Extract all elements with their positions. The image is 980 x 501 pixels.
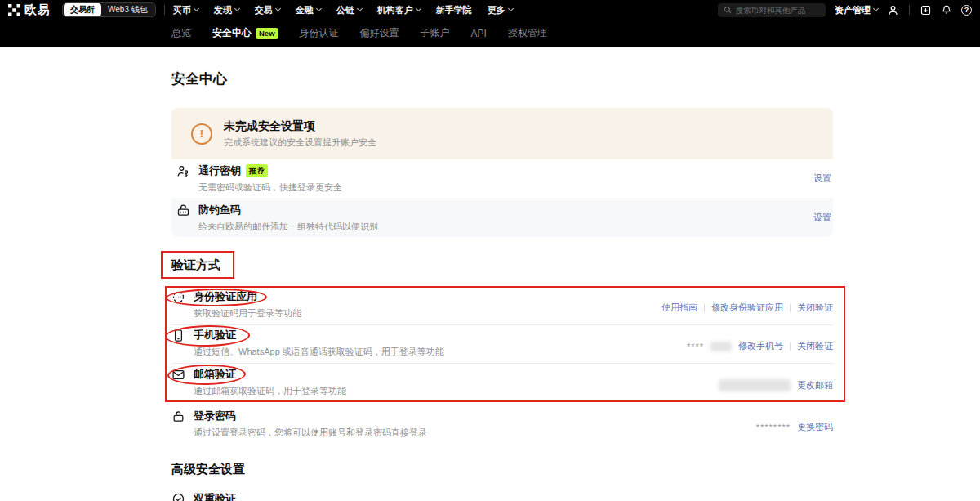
okx-logo[interactable]: 欧易: [8, 2, 51, 18]
notifications-bell-icon[interactable]: [941, 4, 952, 16]
chevron-down-icon: [508, 6, 514, 11]
disable-authenticator-link[interactable]: 关闭验证: [797, 302, 833, 314]
logo-text: 欧易: [24, 2, 51, 18]
masked-phone-number: ****: [687, 342, 704, 351]
assets-menu[interactable]: 资产管理: [835, 4, 878, 16]
login-password-row: 登录密码 通过设置登录密码，您将可以使用账号和登录密码直接登录 ********…: [172, 409, 833, 439]
passkey-icon: [176, 164, 190, 178]
top-navbar: 欧易 交易所 Web3 钱包 买币 发现 交易 金融 公链 机构客户 新手学院 …: [0, 0, 980, 20]
subnav-overview[interactable]: 总览: [172, 26, 191, 40]
help-icon[interactable]: ?: [961, 5, 972, 16]
row-separator: [172, 363, 833, 364]
subnav-preferences[interactable]: 偏好设置: [360, 26, 399, 40]
email-verification-desc: 通过邮箱获取验证码，用于登录等功能: [194, 385, 346, 397]
incomplete-security-card: ! 未完成安全设置项 完成系统建议的安全设置提升账户安全 通行密钥 推荐 无需密…: [172, 108, 833, 237]
email-verification-row: 邮箱验证 通过邮箱获取验证码，用于登录等功能 更改邮箱: [172, 367, 833, 397]
tab-exchange[interactable]: 交易所: [64, 3, 101, 16]
chevron-down-icon: [275, 6, 281, 11]
passkey-row: 通行密钥 推荐 无需密码或验证码，快捷登录更安全 设置: [172, 159, 833, 198]
search-icon: [724, 6, 732, 14]
subnav-authorization[interactable]: 授权管理: [508, 26, 547, 40]
chevron-down-icon: [357, 6, 363, 11]
passkey-setup-link[interactable]: 设置: [813, 172, 831, 185]
chevron-down-icon: [416, 6, 421, 11]
disable-phone-link[interactable]: 关闭验证: [797, 340, 833, 352]
tab-web3-wallet[interactable]: Web3 钱包: [101, 3, 154, 16]
authenticator-title: 身份验证应用: [194, 289, 257, 304]
menu-institutional[interactable]: 机构客户: [377, 4, 421, 16]
chevron-down-icon: [234, 6, 240, 11]
passkey-title: 通行密钥: [198, 163, 241, 178]
profile-icon[interactable]: [887, 4, 899, 16]
page-title: 安全中心: [172, 69, 227, 88]
phone-verification-title: 手机验证: [194, 328, 236, 342]
search-box[interactable]: [718, 3, 826, 17]
email-verification-title: 邮箱验证: [194, 367, 236, 382]
divider: [790, 342, 791, 351]
advanced-section-title: 高级安全设置: [172, 462, 245, 477]
two-factor-row: 双重验证: [172, 491, 833, 501]
warning-subtitle: 完成系统建议的安全设置提升账户安全: [224, 136, 376, 149]
login-password-title: 登录密码: [194, 409, 236, 423]
menu-trade[interactable]: 交易: [255, 4, 280, 16]
exchange-wallet-toggle: 交易所 Web3 钱包: [62, 2, 156, 17]
subnav-identity-verification[interactable]: 身份认证: [300, 26, 339, 40]
okx-logo-icon: [8, 4, 20, 16]
login-password-desc: 通过设置登录密码，您将可以使用账号和登录密码直接登录: [194, 427, 427, 439]
anti-phishing-row: 防钓鱼码 给来自欧易的邮件添加一组独特代码以便识别 设置: [172, 198, 833, 237]
masked-password: ********: [756, 423, 791, 432]
menu-academy[interactable]: 新手学院: [436, 4, 472, 16]
divider: [909, 5, 910, 15]
topnav-right: 资产管理 ?: [718, 3, 972, 17]
menu-public-chain[interactable]: 公链: [336, 4, 362, 16]
blurred-phone-digits: [710, 342, 732, 351]
subnav-security-center[interactable]: 安全中心 New: [212, 26, 278, 40]
warning-icon: !: [191, 123, 212, 145]
warning-title: 未完成安全设置项: [224, 119, 376, 134]
subnav-api[interactable]: API: [471, 28, 487, 39]
change-email-link[interactable]: 更改邮箱: [797, 379, 833, 391]
divider: [164, 5, 165, 15]
change-authenticator-link[interactable]: 修改身份验证应用: [711, 302, 783, 314]
email-icon: [172, 368, 185, 382]
menu-discover[interactable]: 发现: [214, 4, 239, 16]
phone-verification-desc: 通过短信、WhatsApp 或语音通话获取验证码，用于登录等功能: [194, 346, 444, 358]
phone-verification-row: 手机验证 通过短信、WhatsApp 或语音通话获取验证码，用于登录等功能 **…: [172, 328, 833, 358]
row-separator: [172, 324, 833, 325]
authenticator-app-icon: [172, 290, 185, 304]
chevron-down-icon: [316, 6, 322, 11]
check-badge-icon: [172, 492, 185, 501]
divider: [704, 304, 705, 312]
chevron-down-icon: [194, 6, 199, 11]
anti-phishing-code-icon: [176, 204, 190, 217]
authenticator-desc: 获取验证码用于登录等功能: [194, 307, 301, 320]
lock-icon: [172, 409, 185, 423]
change-password-link[interactable]: 更换密码: [797, 421, 833, 433]
chevron-down-icon: [873, 6, 879, 11]
subnav-subaccounts[interactable]: 子账户: [421, 26, 450, 40]
anti-phishing-setup-link[interactable]: 设置: [813, 212, 831, 224]
two-factor-title: 双重验证: [194, 491, 236, 501]
passkey-desc: 无需密码或验证码，快捷登录更安全: [198, 181, 342, 194]
authenticator-row: 身份验证应用 获取验证码用于登录等功能 使用指南 修改身份验证应用 关闭验证: [172, 289, 833, 320]
security-subnav: 总览 安全中心 New 身份认证 偏好设置 子账户 API 授权管理: [0, 20, 980, 47]
phone-icon: [172, 329, 185, 342]
main-content: 安全中心 ! 未完成安全设置项 完成系统建议的安全设置提升账户安全 通行密钥: [0, 47, 980, 501]
menu-finance[interactable]: 金融: [296, 4, 321, 16]
menu-buy-crypto[interactable]: 买币: [173, 4, 198, 16]
user-guide-link[interactable]: 使用指南: [662, 302, 697, 314]
recommended-badge: 推荐: [246, 164, 268, 177]
verification-section-title: 验证方式: [172, 257, 220, 273]
new-badge: New: [256, 28, 278, 39]
blurred-email-address: [719, 379, 791, 391]
menu-more[interactable]: 更多: [488, 4, 513, 16]
main-menu: 买币 发现 交易 金融 公链 机构客户 新手学院 更多: [173, 4, 513, 16]
search-input[interactable]: [736, 6, 820, 15]
download-app-icon[interactable]: [920, 4, 932, 16]
change-phone-link[interactable]: 修改手机号: [738, 340, 783, 352]
divider: [790, 304, 791, 312]
anti-phishing-desc: 给来自欧易的邮件添加一组独特代码以便识别: [198, 221, 378, 233]
warning-banner: ! 未完成安全设置项 完成系统建议的安全设置提升账户安全: [172, 108, 833, 159]
anti-phishing-title: 防钓鱼码: [198, 203, 241, 217]
